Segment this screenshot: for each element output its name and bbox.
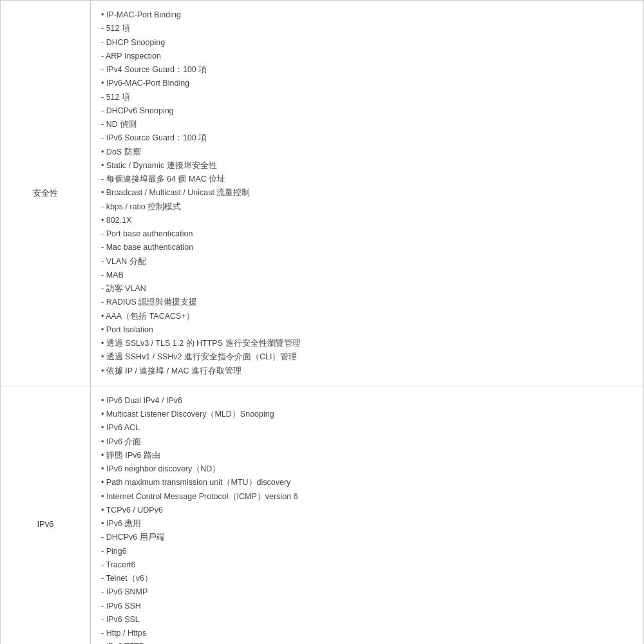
list-item: Internet Control Message Protocol（ICMP）v… bbox=[101, 490, 633, 504]
list-item: DHCP Snooping bbox=[101, 36, 633, 50]
list-item: Http / Https bbox=[101, 627, 633, 640]
list-item: IP-MAC-Port Binding bbox=[101, 8, 633, 22]
list-item: Ping6 bbox=[101, 545, 633, 558]
row-label-1: IPv6 bbox=[1, 386, 91, 644]
list-item: DoS 防禦 bbox=[101, 146, 633, 159]
list-item: RADIUS 認證與備援支援 bbox=[101, 296, 633, 309]
row-label-0: 安全性 bbox=[1, 1, 91, 386]
list-item: DHCPv6 Snooping bbox=[101, 104, 633, 118]
list-item: Port base authentication bbox=[101, 227, 633, 241]
list-item: Port Isolation bbox=[101, 323, 633, 337]
list-item: 透過 SSLv3 / TLS 1.2 的 HTTPS 進行安全性瀏覽管理 bbox=[101, 337, 633, 350]
list-item: 802.1X bbox=[101, 214, 633, 227]
list-item: IPv4 Source Guard：100 項 bbox=[101, 63, 633, 77]
list-item: AAA（包括 TACACS+） bbox=[101, 310, 633, 323]
list-item: Broadcast / Multicast / Unicast 流量控制 bbox=[101, 186, 633, 200]
list-item: 透過 SSHv1 / SSHv2 進行安全指令介面（CLI）管理 bbox=[101, 350, 633, 364]
row-content-0: IP-MAC-Port Binding512 項DHCP SnoopingARP… bbox=[91, 1, 644, 386]
list-item: IPv6 TFTP bbox=[101, 640, 633, 644]
list-item: IPv6 應用 bbox=[101, 517, 633, 531]
list-item: 訪客 VLAN bbox=[101, 282, 633, 296]
main-container: 安全性IP-MAC-Port Binding512 項DHCP Snooping… bbox=[0, 0, 644, 644]
list-item: Path maximum transmission unit（MTU）disco… bbox=[101, 476, 633, 489]
list-item: IPv6 SSH bbox=[101, 600, 633, 613]
list-item: TCPv6 / UDPv6 bbox=[101, 504, 633, 517]
list-item: IPv6 SSL bbox=[101, 613, 633, 627]
list-item: Multicast Listener Discovery（MLD）Snoopin… bbox=[101, 408, 633, 421]
list-item: IPv6-MAC-Port Binding bbox=[101, 77, 633, 90]
list-item: Tracert6 bbox=[101, 558, 633, 572]
list-item: 依據 IP / 連接埠 / MAC 進行存取管理 bbox=[101, 365, 633, 378]
list-item: 靜態 IPv6 路由 bbox=[101, 449, 633, 462]
list-item: 每個連接埠最多 64 個 MAC 位址 bbox=[101, 173, 633, 186]
list-item: IPv6 SNMP bbox=[101, 585, 633, 599]
list-item: 512 項 bbox=[101, 91, 633, 104]
list-item: IPv6 neighbor discovery（ND） bbox=[101, 462, 633, 476]
list-item: 512 項 bbox=[101, 22, 633, 35]
list-item: ND 偵測 bbox=[101, 118, 633, 131]
list-item: IPv6 Dual IPv4 / IPv6 bbox=[101, 394, 633, 408]
list-item: kbps / ratio 控制模式 bbox=[101, 200, 633, 214]
list-item: ARP Inspection bbox=[101, 50, 633, 63]
list-item: IPv6 Source Guard：100 項 bbox=[101, 131, 633, 145]
row-content-1: IPv6 Dual IPv4 / IPv6Multicast Listener … bbox=[91, 386, 644, 644]
spec-table: 安全性IP-MAC-Port Binding512 項DHCP Snooping… bbox=[0, 0, 644, 644]
list-item: Static / Dynamic 連接埠安全性 bbox=[101, 159, 633, 173]
list-item: DHCPv6 用戶端 bbox=[101, 531, 633, 544]
list-item: IPv6 ACL bbox=[101, 421, 633, 435]
list-item: Mac base authentication bbox=[101, 241, 633, 254]
list-item: Telnet（v6） bbox=[101, 572, 633, 585]
list-item: VLAN 分配 bbox=[101, 255, 633, 269]
list-item: IPv6 介面 bbox=[101, 435, 633, 449]
list-item: MAB bbox=[101, 269, 633, 282]
